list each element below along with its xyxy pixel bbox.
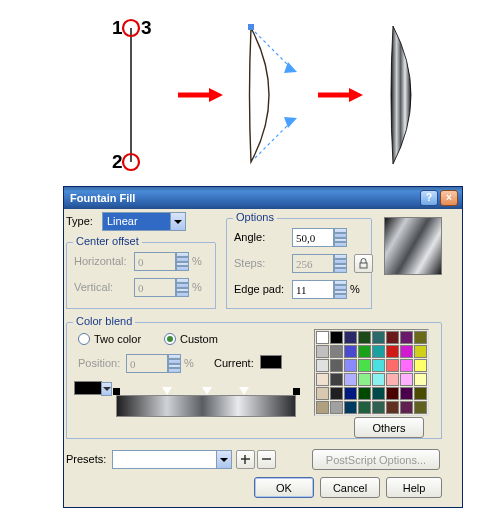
palette-swatch[interactable]: [358, 331, 371, 344]
palette-swatch[interactable]: [316, 387, 329, 400]
palette-swatch[interactable]: [344, 359, 357, 372]
palette-swatch[interactable]: [344, 345, 357, 358]
edgepad-label: Edge pad:: [234, 283, 284, 295]
type-dropdown[interactable]: Linear: [102, 212, 186, 231]
gradient-stop[interactable]: [162, 387, 172, 395]
gradient-stop[interactable]: [113, 388, 120, 395]
palette-swatch[interactable]: [344, 401, 357, 414]
palette-swatch[interactable]: [344, 331, 357, 344]
palette-swatch[interactable]: [330, 345, 343, 358]
horizontal-spinner: %: [134, 252, 202, 271]
steps-input: [292, 254, 334, 273]
left-stop-swatch[interactable]: [74, 381, 102, 395]
vertical-input: [134, 278, 176, 297]
palette-swatch[interactable]: [414, 401, 427, 414]
gradient-bar[interactable]: [116, 395, 296, 417]
chevron-down-icon: [170, 213, 185, 230]
svg-rect-15: [360, 263, 367, 268]
two-color-label: Two color: [94, 333, 141, 345]
horizontal-input: [134, 252, 176, 271]
palette-swatch[interactable]: [330, 373, 343, 386]
palette-swatch[interactable]: [330, 401, 343, 414]
palette-swatch[interactable]: [358, 359, 371, 372]
palette-swatch[interactable]: [316, 359, 329, 372]
palette-swatch[interactable]: [386, 331, 399, 344]
current-label: Current:: [214, 357, 254, 369]
palette-swatch[interactable]: [414, 331, 427, 344]
gradient-preview: [384, 217, 442, 275]
palette-swatch[interactable]: [358, 345, 371, 358]
palette-swatch[interactable]: [414, 345, 427, 358]
type-value: Linear: [103, 213, 170, 230]
color-palette[interactable]: [314, 329, 429, 416]
svg-marker-7: [209, 88, 223, 102]
gradient-stop[interactable]: [293, 388, 300, 395]
presets-value: [113, 451, 216, 468]
palette-swatch[interactable]: [330, 331, 343, 344]
plus-icon: [241, 455, 250, 464]
palette-swatch[interactable]: [316, 373, 329, 386]
others-button[interactable]: Others: [354, 417, 424, 438]
palette-swatch[interactable]: [400, 331, 413, 344]
palette-swatch[interactable]: [386, 359, 399, 372]
current-color-swatch[interactable]: [260, 355, 282, 369]
palette-swatch[interactable]: [400, 345, 413, 358]
help-titlebar-button[interactable]: ?: [420, 190, 438, 206]
lock-steps-button[interactable]: [354, 254, 373, 273]
angle-input[interactable]: [292, 228, 334, 247]
titlebar: Fountain Fill ? ×: [64, 187, 462, 209]
two-color-radio[interactable]: Two color: [78, 333, 141, 345]
palette-swatch[interactable]: [372, 373, 385, 386]
type-label: Type:: [66, 215, 93, 227]
palette-swatch[interactable]: [400, 401, 413, 414]
percent-sign: %: [192, 252, 202, 271]
palette-swatch[interactable]: [316, 401, 329, 414]
palette-swatch[interactable]: [372, 331, 385, 344]
chevron-down-icon[interactable]: [101, 382, 112, 396]
palette-swatch[interactable]: [386, 401, 399, 414]
palette-swatch[interactable]: [330, 359, 343, 372]
palette-swatch[interactable]: [386, 373, 399, 386]
palette-swatch[interactable]: [358, 401, 371, 414]
position-input: [126, 354, 168, 373]
custom-radio[interactable]: Custom: [164, 333, 218, 345]
vertical-label: Vertical:: [74, 281, 113, 293]
palette-swatch[interactable]: [400, 359, 413, 372]
palette-swatch[interactable]: [358, 387, 371, 400]
presets-dropdown[interactable]: [112, 450, 232, 469]
palette-swatch[interactable]: [358, 373, 371, 386]
palette-swatch[interactable]: [414, 387, 427, 400]
palette-swatch[interactable]: [372, 387, 385, 400]
edgepad-input[interactable]: [292, 280, 334, 299]
palette-swatch[interactable]: [344, 373, 357, 386]
add-preset-button[interactable]: [236, 450, 255, 469]
custom-label: Custom: [180, 333, 218, 345]
help-button[interactable]: Help: [386, 477, 442, 498]
center-offset-title: Center offset: [73, 235, 142, 247]
palette-swatch[interactable]: [386, 387, 399, 400]
gradient-stop[interactable]: [239, 387, 249, 395]
cancel-button[interactable]: Cancel: [320, 477, 380, 498]
angle-spinner[interactable]: [292, 228, 347, 247]
palette-swatch[interactable]: [414, 359, 427, 372]
edgepad-spinner[interactable]: %: [292, 280, 360, 299]
svg-text:3: 3: [141, 17, 152, 38]
palette-swatch[interactable]: [372, 359, 385, 372]
palette-swatch[interactable]: [330, 387, 343, 400]
gradient-stop[interactable]: [202, 387, 212, 395]
ok-button[interactable]: OK: [254, 477, 314, 498]
palette-swatch[interactable]: [372, 401, 385, 414]
palette-swatch[interactable]: [316, 345, 329, 358]
close-titlebar-button[interactable]: ×: [440, 190, 458, 206]
remove-preset-button[interactable]: [257, 450, 276, 469]
vertical-spinner: %: [134, 278, 202, 297]
palette-swatch[interactable]: [316, 331, 329, 344]
palette-swatch[interactable]: [344, 387, 357, 400]
dialog-body: Type: Linear Center offset Horizontal: %…: [64, 209, 462, 507]
presets-label: Presets:: [66, 453, 106, 465]
palette-swatch[interactable]: [386, 345, 399, 358]
palette-swatch[interactable]: [400, 373, 413, 386]
palette-swatch[interactable]: [414, 373, 427, 386]
palette-swatch[interactable]: [400, 387, 413, 400]
palette-swatch[interactable]: [372, 345, 385, 358]
